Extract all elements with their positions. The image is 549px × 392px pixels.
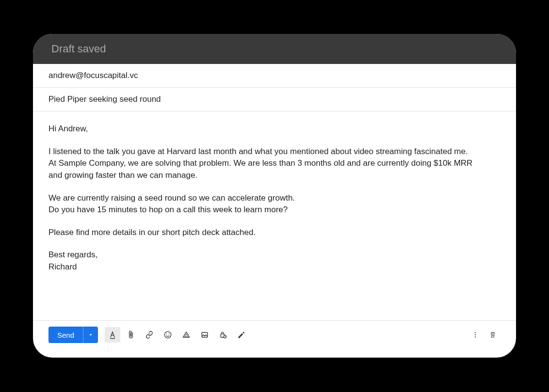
insert-image-button[interactable] [197, 327, 212, 343]
draft-status: Draft saved [51, 43, 106, 55]
header-bar: Draft saved [33, 34, 516, 64]
message-body[interactable]: Hi Andrew, I listened to the talk you ga… [33, 111, 516, 320]
to-field[interactable]: andrew@focuscapital.vc [33, 64, 516, 88]
confidential-mode-button[interactable] [215, 327, 231, 343]
body-line: I listened to the talk you gave at Harva… [48, 146, 501, 158]
discard-draft-button[interactable] [485, 327, 501, 343]
insert-signature-button[interactable] [234, 327, 249, 343]
paperclip-icon [126, 330, 136, 340]
smile-icon [163, 330, 173, 340]
svg-rect-3 [202, 332, 208, 337]
kebab-icon [471, 330, 480, 339]
subject-field[interactable]: Pied Piper seeking seed round [33, 88, 516, 111]
body-line: Please find more details in our short pi… [48, 227, 501, 239]
trash-icon [488, 330, 497, 339]
subject-value: Pied Piper seeking seed round [48, 94, 161, 104]
toolbar: Send [33, 320, 516, 358]
send-label: Send [48, 331, 83, 339]
attach-file-button[interactable] [123, 327, 139, 343]
caret-down-icon [87, 331, 94, 338]
to-value: andrew@focuscapital.vc [48, 71, 138, 80]
svg-point-8 [475, 336, 476, 337]
send-button[interactable]: Send [48, 327, 98, 343]
body-line: At Sample Company, we are solving that p… [48, 157, 501, 170]
svg-point-7 [475, 334, 476, 335]
svg-point-2 [169, 334, 170, 335]
svg-point-1 [166, 334, 167, 335]
body-line: Do you have 15 minutes to hop on a call … [48, 204, 501, 216]
lock-clock-icon [218, 330, 228, 340]
drive-triangle-icon [181, 330, 191, 340]
text-format-button[interactable] [105, 327, 120, 343]
compose-window: Draft saved andrew@focuscapital.vc Pied … [33, 34, 516, 358]
body-name: Richard [48, 261, 501, 273]
insert-drive-button[interactable] [178, 327, 194, 343]
body-line: We are currently raising a seed round so… [48, 192, 501, 204]
send-more-options[interactable] [83, 327, 98, 343]
body-signoff: Best regards, [48, 249, 501, 261]
link-icon [145, 330, 154, 340]
insert-emoji-button[interactable] [160, 327, 176, 343]
svg-point-0 [164, 331, 171, 338]
text-format-icon [108, 330, 117, 340]
image-icon [200, 330, 210, 340]
more-options-button[interactable] [468, 327, 483, 343]
body-greeting: Hi Andrew, [48, 123, 501, 135]
body-line: and growing faster than we can manage. [48, 170, 501, 182]
insert-link-button[interactable] [142, 327, 157, 343]
svg-point-6 [475, 332, 476, 333]
pen-icon [237, 330, 246, 340]
